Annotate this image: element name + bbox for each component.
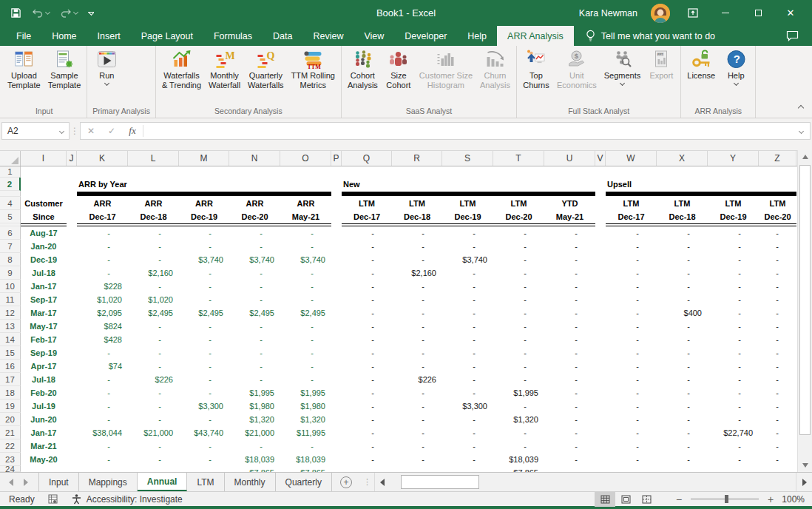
column-header-L[interactable]: L — [128, 151, 179, 166]
scroll-right-button[interactable] — [796, 473, 812, 491]
row-header-8[interactable]: 8 — [0, 253, 21, 266]
insert-function-button[interactable]: fx — [122, 125, 143, 137]
user-name[interactable]: Kara Newman — [579, 8, 637, 18]
tab-formulas[interactable]: Formulas — [203, 26, 263, 46]
name-box[interactable]: A2 — [1, 122, 70, 140]
confirm-entry-button[interactable]: ✓ — [101, 126, 122, 136]
column-header-M[interactable]: M — [179, 151, 229, 166]
column-header-P[interactable]: P — [331, 151, 342, 166]
row-header-18[interactable]: 18 — [0, 386, 21, 400]
cohort-analysis-button[interactable]: CohortAnalysis — [344, 47, 382, 103]
column-header-W[interactable]: W — [606, 151, 657, 166]
next-sheet-button[interactable] — [24, 479, 28, 486]
row-header-14[interactable]: 14 — [0, 333, 21, 346]
column-header-I[interactable]: I — [21, 151, 67, 166]
column-header-Q[interactable]: Q — [342, 151, 392, 166]
row-header-13[interactable]: 13 — [0, 320, 21, 333]
tab-view[interactable]: View — [353, 26, 394, 46]
sheet-tab-annual[interactable]: Annual — [138, 473, 188, 491]
help-button[interactable]: ?Help — [719, 47, 753, 103]
run-button[interactable]: Run — [89, 47, 124, 103]
tab-arr-analysis[interactable]: ARR Analysis — [497, 26, 574, 46]
column-header-R[interactable]: R — [392, 151, 442, 166]
formula-input[interactable] — [143, 123, 792, 139]
normal-view-button[interactable] — [595, 492, 615, 507]
row-header-9[interactable]: 9 — [0, 266, 21, 280]
upload-template-button[interactable]: UploadTemplate — [4, 47, 44, 103]
ttm-rolling-metrics-button[interactable]: TTMTTM RollingMetrics — [288, 47, 339, 103]
column-header-N[interactable]: N — [229, 151, 280, 166]
ribbon-display-options-button[interactable] — [683, 4, 703, 23]
sheet-tab-monthly[interactable]: Monthly — [225, 473, 276, 491]
user-avatar[interactable] — [651, 4, 670, 23]
row-header-6[interactable]: 6 — [0, 226, 21, 240]
save-button[interactable] — [10, 7, 21, 18]
sheet-tab-ltm[interactable]: LTM — [187, 473, 224, 491]
minimize-button[interactable] — [716, 4, 735, 23]
column-header-V[interactable]: V — [595, 151, 606, 166]
page-break-preview-button[interactable] — [636, 492, 657, 507]
tab-home[interactable]: Home — [41, 26, 87, 46]
macro-record-button[interactable] — [48, 494, 58, 504]
row-header-12[interactable]: 12 — [0, 306, 21, 320]
column-header-J[interactable]: J — [67, 151, 77, 166]
column-header-O[interactable]: O — [280, 151, 331, 166]
monthly-waterfall-button[interactable]: MMonthlyWaterfall — [205, 47, 244, 103]
undo-button[interactable] — [32, 8, 50, 18]
select-all-corner[interactable] — [0, 151, 21, 166]
tab-data[interactable]: Data — [263, 26, 302, 46]
tab-review[interactable]: Review — [302, 26, 353, 46]
expand-formula-bar-button[interactable] — [792, 129, 810, 133]
column-header-U[interactable]: U — [544, 151, 595, 166]
sheet-tab-mappings[interactable]: Mappings — [79, 473, 138, 491]
vertical-scrollbar-thumb[interactable] — [799, 165, 811, 435]
sheet-tab-input[interactable]: Input — [39, 473, 79, 491]
cancel-entry-button[interactable]: ✕ — [81, 126, 101, 136]
comments-button[interactable] — [786, 26, 812, 46]
row-header-16[interactable]: 16 — [0, 360, 21, 373]
zoom-level[interactable]: 100% — [775, 494, 805, 505]
row-header-11[interactable]: 11 — [0, 293, 21, 306]
row-header-19[interactable]: 19 — [0, 400, 21, 413]
row-header-x[interactable] — [0, 223, 21, 226]
license-button[interactable]: License — [683, 47, 719, 103]
row-header-21[interactable]: 21 — [0, 426, 21, 439]
row-header-4[interactable]: 4 — [0, 197, 21, 210]
row-header-22[interactable]: 22 — [0, 439, 21, 453]
new-sheet-button[interactable]: + — [332, 473, 360, 491]
row-header-23[interactable]: 23 — [0, 453, 21, 466]
row-header-1[interactable]: 1 — [0, 166, 21, 178]
accessibility-checker-button[interactable]: Accessibility: Investigate — [71, 493, 183, 505]
column-header-T[interactable]: T — [493, 151, 544, 166]
row-header-24[interactable]: 24 — [0, 466, 21, 472]
tab-resize-handle[interactable]: ⋮ — [360, 473, 374, 491]
zoom-in-button[interactable]: + — [766, 493, 775, 505]
size-cohort-button[interactable]: SizeCohort — [382, 47, 416, 103]
segments-button[interactable]: Segments — [600, 47, 645, 103]
row-header-7[interactable]: 7 — [0, 240, 21, 253]
zoom-out-button[interactable]: − — [674, 493, 683, 505]
horizontal-scrollbar[interactable] — [374, 473, 812, 491]
tell-me-box[interactable]: Tell me what you want to do — [574, 26, 715, 46]
quarterly-waterfalls-button[interactable]: QQuarterlyWaterfalls — [244, 47, 288, 103]
row-header-20[interactable]: 20 — [0, 413, 21, 426]
collapse-ribbon-button[interactable] — [799, 100, 803, 113]
previous-sheet-button[interactable] — [9, 479, 13, 486]
sample-template-button[interactable]: SampleTemplate — [44, 47, 85, 103]
row-header-15[interactable]: 15 — [0, 346, 21, 360]
row-header-2[interactable]: 2 — [0, 178, 21, 191]
customize-quick-access-button[interactable] — [88, 12, 94, 15]
tab-help[interactable]: Help — [457, 26, 497, 46]
column-header-Z[interactable]: Z — [759, 151, 796, 166]
tab-page-layout[interactable]: Page Layout — [131, 26, 203, 46]
zoom-slider-thumb[interactable] — [725, 495, 728, 503]
close-button[interactable]: ✕ — [781, 4, 800, 23]
scroll-down-button[interactable] — [798, 459, 812, 472]
redo-button[interactable] — [60, 8, 78, 18]
column-header-K[interactable]: K — [77, 151, 128, 166]
vertical-scrollbar[interactable] — [797, 150, 812, 472]
sheet-tab-quarterly[interactable]: Quarterly — [276, 473, 332, 491]
column-header-Y[interactable]: Y — [708, 151, 759, 166]
column-header-X[interactable]: X — [657, 151, 708, 166]
scroll-up-button[interactable] — [798, 150, 812, 164]
